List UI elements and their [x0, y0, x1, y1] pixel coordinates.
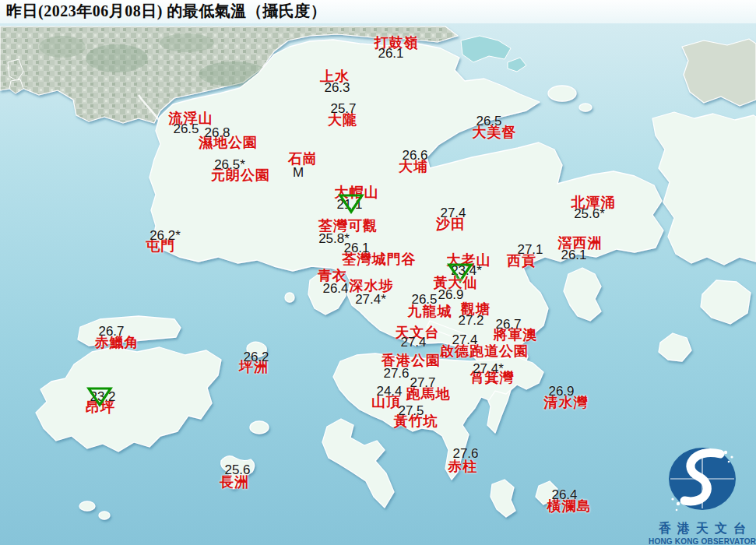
station-value: 26.6 — [402, 148, 427, 164]
station-value: 27.6 — [452, 446, 478, 462]
station-value: 26.3 — [324, 80, 350, 96]
station-value: 25.7 — [330, 101, 356, 117]
station-value: 26.7 — [98, 324, 124, 339]
station-value: 26.1 — [343, 241, 369, 256]
station-value: 26.9 — [548, 384, 574, 399]
hko-logo-name-en: HONG KONG OBSERVATORY — [649, 537, 756, 545]
hko-logo-name-cjk: 香港天文台 — [649, 521, 756, 537]
stations-layer: 打鼓嶺26.1上水26.3大隴25.7流浮山26.5濕地公園26.8元朗公園26… — [0, 0, 756, 545]
station-value: 26.1 — [561, 248, 586, 263]
station-value: 27.7 — [410, 375, 435, 391]
hko-logo-icon — [652, 438, 753, 521]
station-value: 27.4 — [452, 332, 477, 348]
station-value: 25.6 — [224, 462, 250, 478]
station-value: 27.1 — [517, 242, 543, 258]
station-value: 27.6 — [383, 366, 409, 382]
station-value: 27.4 — [400, 335, 426, 350]
station-value: 26.4 — [551, 487, 577, 503]
station-value: 27.5 — [398, 403, 424, 419]
station-value: 26.9 — [438, 287, 463, 303]
weather-map-screen: 昨日(2023年06月08日) 的最低氣溫（攝氏度） 打鼓嶺26.1上水26.3… — [0, 0, 756, 545]
station-value: 26.4 — [322, 281, 348, 297]
station-value: 27.2 — [458, 313, 483, 329]
station-value: 26.1 — [378, 46, 403, 62]
station-value: 26.5 — [476, 114, 501, 129]
station-value: 27.4 — [440, 206, 466, 221]
station-value: M — [293, 165, 304, 181]
station-value: 26.5* — [214, 157, 245, 173]
station-value: 26.7 — [495, 317, 521, 332]
station-value: 27.4* — [355, 292, 386, 308]
station-value: 26.5 — [411, 292, 437, 308]
station-value: 21.1 — [336, 197, 362, 213]
station-value: 24.4 — [376, 384, 402, 399]
station-value: 26.2 — [243, 350, 269, 365]
station-value: 23.2 — [90, 389, 115, 405]
station-value: 26.2* — [149, 228, 181, 244]
station-value: 26.8 — [204, 125, 230, 141]
page-title: 昨日(2023年06月08日) 的最低氣溫（攝氏度） — [0, 0, 756, 23]
station-value: 26.5 — [173, 121, 199, 137]
station-value: 25.6* — [574, 206, 605, 222]
station-value: 27.4* — [473, 361, 504, 377]
title-bar: 昨日(2023年06月08日) 的最低氣溫（攝氏度） — [0, 0, 756, 23]
hko-logo: 香港天文台 HONG KONG OBSERVATORY — [649, 438, 756, 545]
